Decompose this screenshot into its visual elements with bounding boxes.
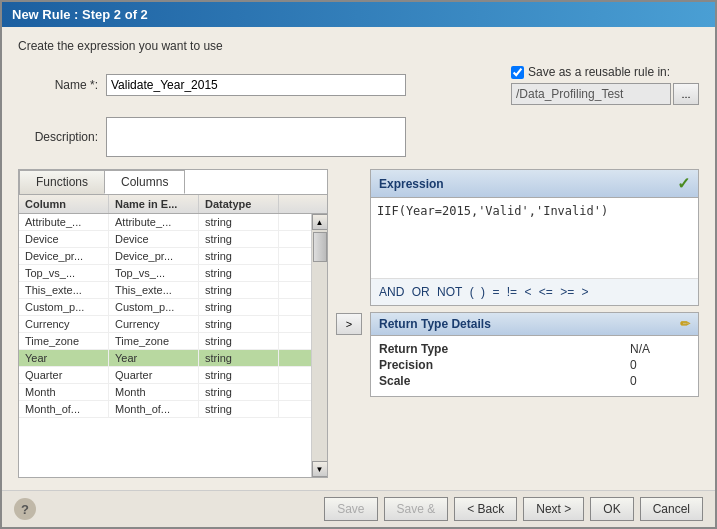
return-type-value-0: N/A bbox=[630, 342, 690, 356]
expression-area[interactable]: IIF(Year=2015,'Valid','Invalid') bbox=[371, 198, 698, 278]
op-not[interactable]: NOT bbox=[437, 285, 462, 299]
op-gt[interactable]: > bbox=[582, 285, 589, 299]
table-cell-name: Currency bbox=[109, 316, 199, 332]
table-cell-type: string bbox=[199, 248, 279, 264]
back-button[interactable]: < Back bbox=[454, 497, 517, 521]
table-row[interactable]: Year Year string bbox=[19, 350, 311, 367]
table-row[interactable]: Month_of... Month_of... string bbox=[19, 401, 311, 418]
table-row[interactable]: Custom_p... Custom_p... string bbox=[19, 299, 311, 316]
name-row: Name *: Save as a reusable rule in: ... bbox=[18, 65, 699, 105]
operators-row: AND OR NOT ( ) = != < <= >= > bbox=[371, 278, 698, 305]
name-input[interactable] bbox=[106, 74, 406, 96]
table-cell-name: Attribute_... bbox=[109, 214, 199, 230]
dialog-title-text: New Rule : Step 2 of 2 bbox=[12, 7, 148, 22]
middle-btn-area: > bbox=[336, 169, 362, 478]
table-row[interactable]: Top_vs_... Top_vs_... string bbox=[19, 265, 311, 282]
col-header-name: Name in E... bbox=[109, 195, 199, 213]
expression-valid-icon: ✓ bbox=[677, 174, 690, 193]
table-cell-type: string bbox=[199, 282, 279, 298]
table-row[interactable]: Time_zone Time_zone string bbox=[19, 333, 311, 350]
table-row[interactable]: Month Month string bbox=[19, 384, 311, 401]
description-input[interactable] bbox=[106, 117, 406, 157]
return-type-label-1: Precision bbox=[379, 358, 433, 372]
table-cell-col: Month_of... bbox=[19, 401, 109, 417]
table-cell-col: Year bbox=[19, 350, 109, 366]
return-type-header: Return Type Details ✏ bbox=[371, 313, 698, 336]
table-cell-type: string bbox=[199, 265, 279, 281]
table-cell-type: string bbox=[199, 299, 279, 315]
scroll-down[interactable]: ▼ bbox=[312, 461, 328, 477]
save-reusable-checkbox[interactable] bbox=[511, 66, 524, 79]
add-to-expression-button[interactable]: > bbox=[336, 313, 362, 335]
table-cell-type: string bbox=[199, 214, 279, 230]
save-as-button[interactable]: Save & bbox=[384, 497, 449, 521]
cancel-button[interactable]: Cancel bbox=[640, 497, 703, 521]
op-gte[interactable]: >= bbox=[560, 285, 574, 299]
reusable-section: Save as a reusable rule in: ... bbox=[511, 65, 699, 105]
op-neq[interactable]: != bbox=[507, 285, 517, 299]
op-close-paren[interactable]: ) bbox=[481, 285, 485, 299]
table-cell-col: Currency bbox=[19, 316, 109, 332]
return-type-label-0: Return Type bbox=[379, 342, 448, 356]
table-row[interactable]: Device_pr... Device_pr... string bbox=[19, 248, 311, 265]
return-type-label-2: Scale bbox=[379, 374, 410, 388]
expression-header: Expression ✓ bbox=[371, 170, 698, 198]
table-cell-name: Time_zone bbox=[109, 333, 199, 349]
table-row[interactable]: Device Device string bbox=[19, 231, 311, 248]
op-or[interactable]: OR bbox=[412, 285, 430, 299]
scroll-thumb[interactable] bbox=[313, 232, 327, 262]
op-open-paren[interactable]: ( bbox=[470, 285, 474, 299]
dialog-footer: ? Save Save & < Back Next > OK Cancel bbox=[2, 490, 715, 527]
table-row[interactable]: This_exte... This_exte... string bbox=[19, 282, 311, 299]
subtitle: Create the expression you want to use bbox=[18, 39, 699, 53]
help-icon[interactable]: ? bbox=[14, 498, 36, 520]
table-cell-type: string bbox=[199, 350, 279, 366]
op-lte[interactable]: <= bbox=[539, 285, 553, 299]
table-cell-name: Device bbox=[109, 231, 199, 247]
table-row[interactable]: Currency Currency string bbox=[19, 316, 311, 333]
description-row: Description: bbox=[18, 117, 699, 157]
dialog-body: Create the expression you want to use Na… bbox=[2, 27, 715, 490]
scroll-up[interactable]: ▲ bbox=[312, 214, 328, 230]
tab-functions[interactable]: Functions bbox=[19, 170, 105, 194]
save-button[interactable]: Save bbox=[324, 497, 377, 521]
return-type-value-1: 0 bbox=[630, 358, 690, 372]
return-type-row-2: Scale 0 bbox=[379, 374, 690, 388]
table-cell-col: Time_zone bbox=[19, 333, 109, 349]
table-cell-type: string bbox=[199, 316, 279, 332]
table-cell-type: string bbox=[199, 231, 279, 247]
right-panel: Expression ✓ IIF(Year=2015,'Valid','Inva… bbox=[370, 169, 699, 478]
save-reusable-label: Save as a reusable rule in: bbox=[528, 65, 670, 79]
next-button[interactable]: Next > bbox=[523, 497, 584, 521]
table-cell-col: Device bbox=[19, 231, 109, 247]
table-body: Attribute_... Attribute_... string Devic… bbox=[19, 214, 311, 477]
return-type-row-0: Return Type N/A bbox=[379, 342, 690, 356]
scrollbar[interactable]: ▲ ▼ bbox=[311, 214, 327, 477]
table-cell-name: Quarter bbox=[109, 367, 199, 383]
table-cell-col: This_exte... bbox=[19, 282, 109, 298]
op-eq[interactable]: = bbox=[492, 285, 499, 299]
return-type-body: Return Type N/A Precision 0 Scale 0 bbox=[371, 336, 698, 396]
table-cell-type: string bbox=[199, 384, 279, 400]
tabs: Functions Columns bbox=[19, 170, 327, 195]
reusable-path-input[interactable] bbox=[511, 83, 671, 105]
name-label: Name *: bbox=[18, 78, 98, 92]
col-header-column: Column bbox=[19, 195, 109, 213]
op-lt[interactable]: < bbox=[524, 285, 531, 299]
dialog-title: New Rule : Step 2 of 2 bbox=[2, 2, 715, 27]
ok-button[interactable]: OK bbox=[590, 497, 633, 521]
table-cell-col: Custom_p... bbox=[19, 299, 109, 315]
table-row[interactable]: Quarter Quarter string bbox=[19, 367, 311, 384]
browse-button[interactable]: ... bbox=[673, 83, 699, 105]
return-type-edit-icon[interactable]: ✏ bbox=[680, 317, 690, 331]
main-content: Functions Columns Column Name in E... Da… bbox=[18, 169, 699, 478]
table-row[interactable]: Attribute_... Attribute_... string bbox=[19, 214, 311, 231]
table-cell-type: string bbox=[199, 401, 279, 417]
expression-box: Expression ✓ IIF(Year=2015,'Valid','Inva… bbox=[370, 169, 699, 306]
tab-columns[interactable]: Columns bbox=[104, 170, 185, 194]
expression-title: Expression bbox=[379, 177, 444, 191]
table-cell-name: This_exte... bbox=[109, 282, 199, 298]
table-cell-col: Month bbox=[19, 384, 109, 400]
op-and[interactable]: AND bbox=[379, 285, 404, 299]
table-cell-type: string bbox=[199, 333, 279, 349]
